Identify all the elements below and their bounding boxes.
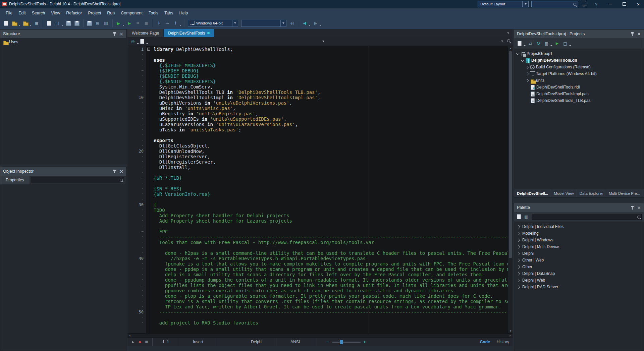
chevron-down-icon[interactable] [516,52,520,55]
object-inspector-search-input[interactable] [32,177,124,183]
code-line[interactable]: · DllUnregisterServer, [127,159,508,165]
projects-view-tab[interactable]: DelphiDevShell... [514,189,551,197]
platform-combo[interactable]: Windows 64-bit [188,20,238,27]
chevron-down-icon[interactable] [524,45,526,46]
chevron-right-icon[interactable] [526,72,529,75]
scrollbar-thumb[interactable] [509,51,512,258]
sync-editor-button[interactable]: ⇄ [526,40,534,48]
type-selector-combo[interactable] [148,37,327,46]
scroll-right-icon[interactable]: ▸ [509,334,511,337]
layout-combo[interactable]: Default Layout [478,1,529,7]
minimize-icon[interactable] [604,0,616,8]
menu-project[interactable]: Project [85,8,104,17]
code-line[interactable]: · TP Lex and Yacc, written by Albert Gra… [127,304,508,309]
macro-pane-button[interactable]: ▦ [143,338,150,346]
code-line[interactable]: ·exports [127,138,508,143]
chevron-right-icon[interactable] [517,285,520,289]
code-line[interactable]: 1library DelphiDevShellTools; [127,47,508,52]
editor-horizontal-scrollbar[interactable]: ◂ ▸ [127,333,513,338]
code-line[interactable]: · [127,315,508,320]
code-line[interactable]: − ppufiles lists the object files that y… [127,283,508,288]
help-button[interactable]: ? [590,0,602,8]
code-line[interactable]: ·uses [127,57,508,63]
palette-category[interactable]: Delphi | RAD Server [514,284,644,290]
navigate-back-button[interactable]: ◀ [301,19,311,27]
chevron-down-icon[interactable] [522,1,528,7]
palette-pages-button[interactable] [516,213,522,221]
member-selector-combo[interactable] [327,37,506,46]
code-line[interactable]: − uLazarusVersions in 'units\uLazarusVer… [127,122,508,127]
code-line[interactable]: · Add Property sheet handler for Lazarus… [127,218,508,224]
project-tree-item[interactable]: Target Platforms (Windows 64-bit) [514,70,644,77]
close-icon[interactable] [636,204,642,211]
code-line[interactable]: · [127,181,508,186]
menu-tools[interactable]: Tools [146,8,161,17]
close-icon[interactable] [118,31,125,37]
projects-view-tab[interactable]: Multi-Device Pre... [606,189,643,197]
chevron-right-icon[interactable] [517,258,520,262]
code-line[interactable]: · DllGetClassObject, [127,143,508,149]
apply-target-button[interactable]: ◎ [288,19,296,27]
code-line[interactable]: 50 -------------------------------------… [127,309,508,315]
scroll-down-icon[interactable]: ▼ [508,329,513,333]
stop-button[interactable]: ■ [142,19,150,27]
chevron-right-icon[interactable] [517,252,520,255]
fold-collapse-icon[interactable] [147,48,150,51]
menu-component[interactable]: Component [118,8,146,17]
chevron-right-icon[interactable] [517,279,520,282]
chevron-down-icon[interactable] [30,25,32,26]
open-file-button[interactable] [10,19,21,27]
project-tree-item[interactable]: units [514,77,644,84]
code-line[interactable]: − FPC [127,229,508,234]
project-tree-item[interactable]: Build Configurations (Release) [514,64,644,70]
projects-view-tab[interactable]: Model View [551,189,577,197]
macro-play-button[interactable]: ▶ [130,338,137,346]
menu-view[interactable]: View [48,8,63,17]
close-icon[interactable] [118,168,125,175]
titlebar-search-input[interactable] [531,1,578,7]
new-file-button[interactable] [2,19,10,27]
run-until-return-button[interactable]: ↑ [171,19,182,27]
scroll-up-icon[interactable]: ▲ [508,46,513,51]
zoom-in-button[interactable]: + [363,339,366,345]
chevron-right-icon[interactable] [517,225,520,228]
code-line[interactable]: · rstconv is a small utility that conver… [127,299,508,304]
code-line[interactable]: · {.$IFDEF MADEXCEPTS} [127,63,508,68]
code-line[interactable]: · DllInstall; [127,165,508,170]
chevron-right-icon[interactable] [517,265,520,269]
chevron-right-icon[interactable] [517,272,520,275]
code-line[interactable]: · uTasks in 'units\uTasks.pas'; [127,127,508,132]
code-line[interactable]: · delp is a small utility that scans a d… [127,272,508,277]
code-line[interactable]: 10 DelphiDevShellToolsImpl in 'DelphiDev… [127,95,508,100]
menu-run[interactable]: Run [104,8,118,17]
save-as-button[interactable] [73,19,81,27]
code-line[interactable]: · Tools that come with Free Pascal - htt… [127,240,508,245]
chevron-down-icon[interactable] [280,20,286,26]
editor-tab-delphidevshelltools[interactable]: DelphiDevShellTools [164,29,214,37]
palette-category[interactable]: Delphi | Windows [514,237,644,243]
code-line[interactable]: − {$IFDEF DEBUG} [127,68,508,73]
chevron-down-icon[interactable] [569,45,571,46]
code-line[interactable]: · {.$ENDIF MADEXCEPTS} [127,79,508,84]
maximize-icon[interactable] [619,0,630,8]
chevron-right-icon[interactable] [517,232,520,235]
code-line[interactable]: · [127,197,508,202]
save-all-button[interactable] [85,19,93,27]
trace-into-button[interactable]: ↓ [155,19,163,27]
chevron-down-icon[interactable] [550,45,552,46]
structure-tree[interactable]: Uses [0,38,126,46]
zoom-out-button[interactable]: − [326,339,329,345]
palette-category[interactable]: Delphi | Multi-Device [514,243,644,250]
code-line[interactable]: · System.Win.ComServ, [127,84,508,90]
run-project-button[interactable]: ▶ [553,40,561,48]
add-to-project-button[interactable]: ▦ [33,19,41,27]
code-line[interactable]: · [127,52,508,57]
tab-code[interactable]: Code [477,340,493,344]
code-editor[interactable]: 1library DelphiDevShellTools;··uses· {.$… [127,46,513,333]
code-line[interactable]: · {$ENDIF DEBUG} [127,73,508,79]
code-line[interactable]: · done - h2pas is a small command-line u… [127,250,508,256]
editor-vertical-scrollbar[interactable]: ▲ ▼ [508,46,513,333]
code-line[interactable]: · uDelphiVersions in 'units\uDelphiVersi… [127,100,508,106]
code-line[interactable]: 40 //h2pas -e -m -s PortableDeviceTypes.… [127,256,508,261]
close-all-button[interactable]: ▥ [102,19,110,27]
